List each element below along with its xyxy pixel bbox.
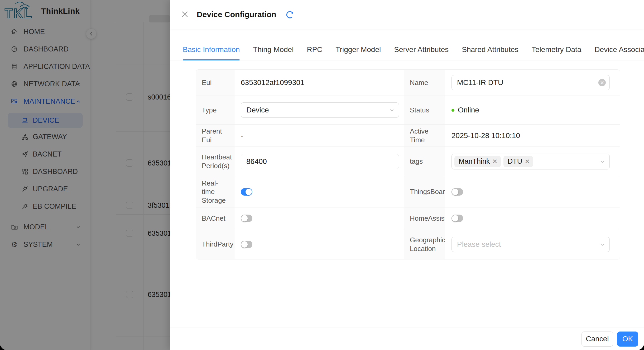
field-value-real-time-storage: [234, 176, 404, 207]
field-label-real-time-storage: Real-time Storage: [196, 176, 234, 207]
cancel-button[interactable]: Cancel: [581, 332, 613, 347]
thingsboard-switch[interactable]: [451, 188, 463, 196]
tag-label: ManThink: [459, 157, 490, 165]
field-label-name: Name: [404, 70, 445, 96]
name-input-value: MC11-IR DTU: [457, 78, 503, 87]
chevron-down-icon: [389, 107, 395, 113]
bacnet-switch[interactable]: [241, 215, 252, 222]
tab-telemetry-data[interactable]: Telemetry Data: [532, 39, 581, 60]
refresh-icon: [286, 10, 295, 19]
name-input[interactable]: MC11-IR DTU✕: [451, 75, 610, 90]
field-label-bacnet: BACnet: [196, 207, 234, 229]
tab-thing-model[interactable]: Thing Model: [253, 39, 294, 60]
tags-select[interactable]: ManThink✕DTU✕: [451, 154, 610, 169]
tab-basic-information[interactable]: Basic Information: [183, 39, 240, 60]
tab-device-association[interactable]: Device Association: [594, 39, 644, 60]
heartbeat-period-s-input[interactable]: 86400: [241, 154, 399, 169]
drawer-tabs: Basic InformationThing ModelRPCTrigger M…: [170, 39, 644, 60]
field-label-active-time: Active Time: [404, 125, 445, 147]
field-value-homeassistant: [445, 207, 620, 229]
close-icon: [181, 10, 189, 19]
switch-knob: [452, 189, 458, 195]
field-label-status: Status: [404, 96, 445, 125]
field-label-thingsboard: ThingsBoard: [404, 176, 445, 207]
chevron-down-icon: [599, 241, 606, 248]
field-label-geographic-location: Geographic Location: [404, 229, 445, 259]
field-value-thingsboard: [445, 176, 620, 207]
field-label-tags: tags: [404, 147, 445, 176]
type-select[interactable]: Device: [241, 102, 399, 118]
chevron-down-icon: [599, 158, 606, 165]
device-form: Eui6353012af1099301NameMC11-IR DTU✕TypeD…: [196, 69, 620, 259]
switch-knob: [241, 215, 248, 221]
drawer-header: Device Configuration: [170, 0, 644, 29]
tab-trigger-model[interactable]: Trigger Model: [336, 39, 381, 60]
field-label-heartbeat-period-s: Heartbeat Period(s): [196, 147, 234, 176]
drawer-refresh-button[interactable]: [286, 10, 295, 19]
drawer-footer: Cancel OK: [170, 328, 644, 350]
field-value-parent-eui: -: [234, 125, 404, 147]
parent-eui-value: -: [241, 131, 243, 140]
geographic-location-select[interactable]: Please select: [451, 237, 610, 252]
heartbeat-period-s-input-value: 86400: [246, 157, 267, 166]
field-value-type: Device: [234, 96, 404, 125]
field-value-geographic-location: Please select: [445, 229, 620, 259]
field-value-tags: ManThink✕DTU✕: [445, 147, 620, 176]
status-dot: [451, 109, 454, 112]
tab-shared-attributes[interactable]: Shared Attributes: [462, 39, 518, 60]
tag-chip: DTU✕: [503, 156, 533, 167]
drawer-title: Device Configuration: [197, 10, 276, 19]
field-value-heartbeat-period-s: 86400: [234, 147, 404, 176]
tag-label: DTU: [508, 157, 522, 165]
tab-rpc[interactable]: RPC: [307, 39, 322, 60]
ok-button[interactable]: OK: [617, 332, 638, 347]
tag-chip: ManThink✕: [454, 156, 501, 167]
field-value-eui: 6353012af1099301: [234, 70, 404, 96]
field-value-active-time: 2025-10-28 10:10:10: [445, 125, 620, 147]
active-time-value: 2025-10-28 10:10:10: [451, 131, 520, 140]
homeassistant-switch[interactable]: [451, 215, 463, 222]
field-label-thirdparty: ThirdParty: [196, 229, 234, 259]
device-configuration-drawer: Device Configuration Basic InformationTh…: [170, 0, 644, 350]
field-value-name: MC11-IR DTU✕: [445, 70, 620, 96]
field-label-parent-eui: Parent Eui: [196, 125, 234, 147]
field-label-eui: Eui: [196, 70, 234, 96]
field-label-homeassistant: HomeAssistant: [404, 207, 445, 229]
field-label-type: Type: [196, 96, 234, 125]
type-select-value: Device: [246, 106, 269, 114]
thirdparty-switch[interactable]: [241, 241, 252, 248]
tag-remove-icon[interactable]: ✕: [492, 158, 498, 165]
screen: s00016563530123f53012b63530126353012 TKL…: [0, 0, 644, 350]
field-value-bacnet: [234, 207, 404, 229]
clear-icon[interactable]: ✕: [598, 79, 606, 86]
drawer-close-button[interactable]: [181, 10, 190, 19]
eui-value: 6353012af1099301: [241, 78, 304, 87]
switch-knob: [241, 241, 248, 248]
geographic-location-select-value: Please select: [457, 240, 501, 249]
real-time-storage-switch[interactable]: [241, 188, 252, 196]
field-value-thirdparty: [234, 229, 404, 259]
status-badge: Online: [458, 106, 479, 114]
tab-server-attributes[interactable]: Server Attributes: [394, 39, 449, 60]
field-value-status: Online: [445, 96, 620, 125]
switch-knob: [246, 189, 252, 195]
switch-knob: [452, 215, 458, 221]
tag-remove-icon[interactable]: ✕: [525, 158, 530, 165]
